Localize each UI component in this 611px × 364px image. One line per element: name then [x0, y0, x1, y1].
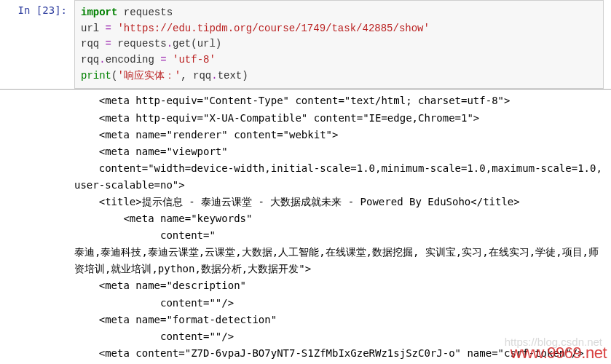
output-text: <meta http-equiv="Content-Type" content=…	[74, 90, 602, 364]
watermark-9969: www.9969.net	[511, 344, 607, 363]
input-prompt: In [23]:	[0, 0, 74, 89]
code-content: import requests url = 'https://edu.tipdm…	[74, 0, 611, 89]
output-divider	[0, 89, 611, 90]
output-cell: <meta http-equiv="Content-Type" content=…	[0, 90, 611, 364]
kw-import: import	[81, 7, 117, 18]
output-prompt-spacer	[0, 90, 74, 364]
code-block[interactable]: import requests url = 'https://edu.tipdm…	[74, 0, 604, 89]
input-cell: In [23]: import requests url = 'https://…	[0, 0, 611, 89]
prompt-text: In [23]:	[18, 4, 67, 16]
